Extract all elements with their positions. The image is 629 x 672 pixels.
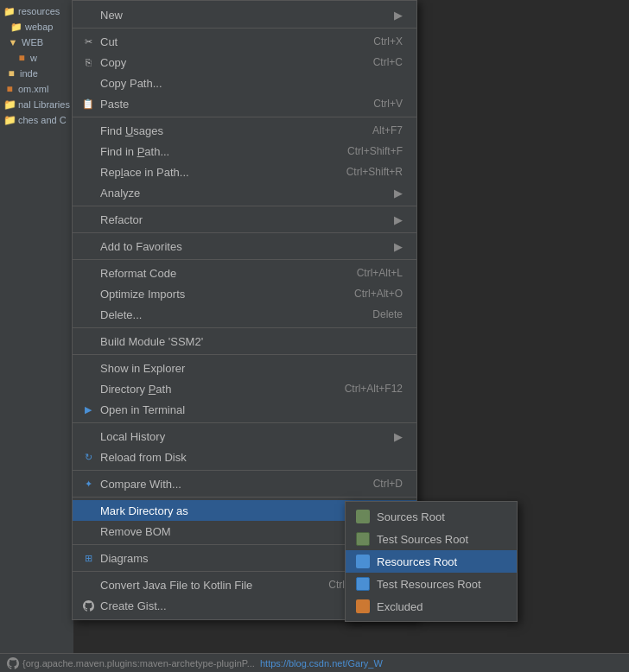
menu-item-copy-path[interactable]: Copy Path...: [73, 73, 416, 93]
menu-item-build-module[interactable]: Build Module 'SSM2': [73, 331, 416, 352]
shortcut-label: Ctrl+Alt+L: [357, 267, 403, 279]
menu-label: New: [100, 9, 387, 22]
menu-item-reformat[interactable]: Reformat Code Ctrl+Alt+L: [73, 263, 416, 283]
folder-blue-icon: 📁: [10, 21, 22, 33]
sidebar-item-w[interactable]: ■ w: [0, 50, 73, 66]
sidebar-item-scratches[interactable]: 📁 ches and C: [0, 112, 73, 128]
separator: [73, 497, 416, 498]
menu-item-copy[interactable]: ⎘ Copy Ctrl+C: [73, 52, 416, 73]
menu-label: Refactor: [100, 213, 387, 226]
sidebar-item-web[interactable]: ▼ WEB: [0, 35, 73, 50]
menu-item-cut[interactable]: ✂ Cut Ctrl+X: [73, 31, 416, 52]
submenu-arrow: ▶: [394, 430, 403, 443]
separator: [73, 327, 416, 328]
sidebar-label: ches and C: [18, 115, 67, 125]
dir-path-icon: [81, 382, 95, 396]
submenu-item-excluded[interactable]: Excluded: [346, 595, 517, 618]
sidebar-item-index[interactable]: ■ inde: [0, 66, 73, 81]
menu-item-show-explorer[interactable]: Show in Explorer: [73, 358, 416, 378]
separator: [73, 422, 416, 423]
menu-label: Local History: [100, 430, 387, 443]
menu-item-paste[interactable]: 📋 Paste Ctrl+V: [73, 93, 416, 114]
copy-icon: ⎘: [81, 55, 95, 69]
shortcut-label: Delete: [372, 308, 403, 320]
github-icon: [81, 599, 95, 612]
sidebar-item-webapp[interactable]: 📁 webap: [0, 19, 73, 35]
menu-item-delete[interactable]: Delete... Delete: [73, 304, 416, 325]
submenu-label: Test Resources Root: [377, 578, 481, 591]
separator: [73, 117, 416, 117]
sidebar-label: om.xml: [18, 84, 48, 94]
sidebar-item-pom[interactable]: ■ om.xml: [0, 81, 73, 97]
analyze-icon: [81, 186, 95, 200]
menu-item-reload-disk[interactable]: ↻ Reload from Disk: [73, 447, 416, 467]
sidebar-item-resources[interactable]: 📁 resources: [0, 3, 73, 19]
terminal-icon: ▶: [81, 403, 95, 416]
submenu-label: Test Sources Root: [377, 533, 468, 546]
sidebar-item-libraries[interactable]: 📁 nal Libraries: [0, 97, 73, 112]
menu-label: Compare With...: [100, 478, 356, 491]
folder-icon: ▼: [7, 36, 19, 48]
mark-dir-icon: [81, 504, 95, 517]
submenu-item-test-resources-root[interactable]: Test Resources Root: [346, 573, 517, 595]
file-tree-sidebar: 📁 resources 📁 webap ▼ WEB ■ w ■ inde ■ o…: [0, 0, 73, 672]
separator: [73, 206, 416, 206]
menu-item-find-usages[interactable]: Find Usages Alt+F7: [73, 120, 416, 141]
remove-bom-icon: [81, 524, 95, 538]
menu-item-optimize-imports[interactable]: Optimize Imports Ctrl+Alt+O: [73, 283, 416, 304]
status-github-icon: [7, 657, 19, 669]
submenu-item-test-sources-root[interactable]: Test Sources Root: [346, 528, 517, 550]
menu-label: Analyze: [100, 187, 387, 200]
menu-label: Copy Path...: [100, 77, 403, 90]
menu-label: Reload from Disk: [100, 451, 403, 464]
menu-label: Paste: [100, 98, 356, 111]
sidebar-label: inde: [20, 68, 38, 79]
submenu-item-resources-root[interactable]: Resources Root: [346, 550, 517, 573]
shortcut-label: Ctrl+Shift+F: [347, 145, 403, 157]
menu-item-directory-path[interactable]: Directory Path Ctrl+Alt+F12: [73, 378, 416, 399]
separator: [73, 259, 416, 260]
optimize-icon: [81, 287, 95, 301]
menu-item-add-favorites[interactable]: Add to Favorites ▶: [73, 236, 416, 257]
submenu-label: Sources Root: [377, 510, 445, 523]
menu-item-new[interactable]: New ▶: [73, 4, 416, 25]
menu-label: Cut: [100, 35, 356, 48]
sidebar-label: w: [30, 53, 37, 63]
menu-item-open-terminal[interactable]: ▶ Open in Terminal: [73, 399, 416, 420]
submenu-arrow: ▶: [394, 240, 403, 253]
shortcut-label: Ctrl+Shift+R: [346, 166, 403, 178]
mark-directory-submenu: Sources Root Test Sources Root Resources…: [345, 501, 518, 622]
menu-item-find-in-path[interactable]: Find in Path... Ctrl+Shift+F: [73, 141, 416, 162]
sidebar-label: nal Libraries: [18, 99, 70, 110]
test-resources-root-icon: [356, 577, 370, 591]
folder-icon: 📁: [3, 98, 16, 111]
sources-root-icon: [356, 510, 370, 523]
menu-label: Show in Explorer: [100, 362, 403, 375]
menu-label: Open in Terminal: [100, 403, 403, 416]
diagrams-icon: ⊞: [81, 551, 95, 565]
paste-icon: 📋: [81, 97, 95, 111]
menu-label: Optimize Imports: [100, 288, 337, 301]
menu-item-compare-with[interactable]: ✦ Compare With... Ctrl+D: [73, 473, 416, 494]
submenu-item-sources-root[interactable]: Sources Root: [346, 505, 517, 528]
explorer-icon: [81, 361, 95, 375]
separator: [73, 354, 416, 355]
delete-icon: [81, 307, 95, 321]
menu-label: Directory Path: [100, 383, 327, 396]
menu-label: Delete...: [100, 308, 355, 321]
menu-item-local-history[interactable]: Local History ▶: [73, 426, 416, 447]
test-sources-root-icon: [356, 532, 370, 546]
shortcut-label: Ctrl+V: [373, 98, 403, 110]
menu-item-analyze[interactable]: Analyze ▶: [73, 182, 416, 203]
favorites-icon: [81, 239, 95, 253]
menu-item-replace-in-path[interactable]: Replace in Path... Ctrl+Shift+R: [73, 162, 416, 182]
copy-path-icon: [81, 76, 95, 90]
shortcut-label: Ctrl+X: [373, 35, 403, 48]
menu-item-refactor[interactable]: Refactor ▶: [73, 209, 416, 230]
submenu-label: Resources Root: [377, 555, 457, 568]
sidebar-label: WEB: [22, 37, 43, 48]
sidebar-label: webap: [25, 22, 53, 32]
new-icon: [81, 8, 95, 22]
reformat-icon: [81, 266, 95, 280]
shortcut-label: Ctrl+D: [373, 478, 403, 490]
